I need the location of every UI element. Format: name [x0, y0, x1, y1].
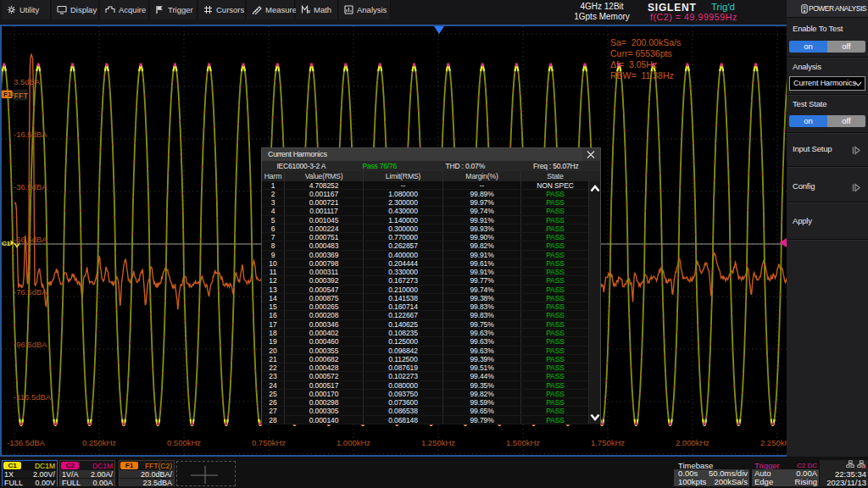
svg-text:-56.5dBA: -56.5dBA — [14, 235, 47, 244]
svg-text:2.000kHz: 2.000kHz — [676, 438, 709, 447]
svg-text:Sa= 200.00kSa/s: Sa= 200.00kSa/s — [610, 37, 681, 47]
svg-text:-36.5dBA: -36.5dBA — [14, 182, 47, 191]
svg-text:-116.5dBA: -116.5dBA — [14, 392, 52, 402]
svg-text:-16.5dBA: -16.5dBA — [14, 130, 47, 139]
svg-text:Curr= 65536pts: Curr= 65536pts — [610, 48, 672, 58]
svg-text:3.5dBA: 3.5dBA — [14, 77, 41, 86]
svg-text:F1: F1 — [3, 91, 12, 98]
svg-text:-136.5dBA: -136.5dBA — [7, 438, 46, 447]
svg-text:RBW= 11.38Hz: RBW= 11.38Hz — [610, 70, 674, 80]
svg-text:1.500kHz: 1.500kHz — [506, 438, 540, 447]
svg-text:1.750kHz: 1.750kHz — [591, 438, 625, 447]
svg-text:FFT: FFT — [14, 92, 29, 100]
svg-text:0.500kHz: 0.500kHz — [167, 438, 201, 447]
svg-text:1.250kHz: 1.250kHz — [421, 438, 455, 447]
svg-text:0.250kHz: 0.250kHz — [82, 438, 116, 447]
svg-text:Δf= 3.05Hz: Δf= 3.05Hz — [610, 59, 657, 69]
svg-text:2.250kHz: 2.250kHz — [760, 438, 788, 447]
svg-text:-96.5dBA: -96.5dBA — [14, 340, 47, 349]
svg-text:1.000kHz: 1.000kHz — [337, 438, 370, 447]
svg-text:x: x — [862, 463, 865, 469]
svg-text:C1: C1 — [2, 240, 11, 247]
svg-text:-76.5dBA: -76.5dBA — [14, 287, 47, 297]
svg-text:0.750kHz: 0.750kHz — [252, 438, 286, 447]
